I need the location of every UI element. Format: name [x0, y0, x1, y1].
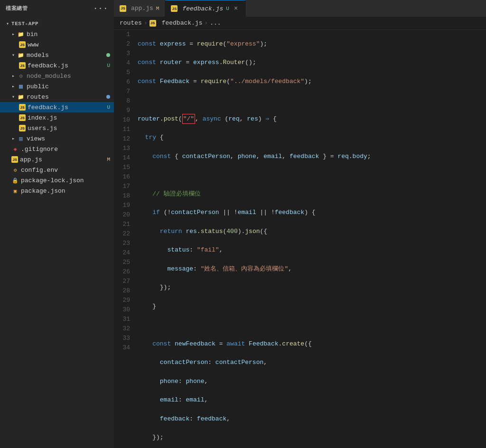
root-label: TEST-APP: [11, 21, 114, 27]
config-env-label: config.env: [21, 167, 114, 174]
code-line-3: const Feedback = require("../models/feed…: [138, 77, 486, 86]
chevron-down-icon: [9, 51, 17, 59]
code-line-18: contactPerson: contactPerson,: [138, 358, 486, 367]
tab-feedback-js-label: feedback.js: [182, 5, 223, 12]
untracked-badge: U: [107, 104, 110, 110]
package-lock-label: package-lock.json: [21, 177, 114, 184]
feedback-model-label: feedback.js: [28, 62, 107, 69]
code-line-4: [138, 95, 486, 105]
gitignore-label: .gitignore: [21, 146, 114, 153]
sidebar-item-bin[interactable]: 📁 bin: [0, 29, 114, 39]
modified-dot: [106, 53, 110, 57]
code-line-19: phone: phone,: [138, 377, 486, 386]
tab-feedback-js-badge: U: [226, 6, 229, 11]
sidebar-item-root[interactable]: TEST-APP: [0, 19, 114, 29]
bin-label: bin: [27, 31, 114, 38]
sidebar-item-gitignore[interactable]: ◈ .gitignore: [0, 144, 114, 154]
js-icon: JS: [19, 104, 26, 111]
folder-icon: 📁: [17, 51, 25, 59]
sidebar-tree: TEST-APP 📁 bin JS www 📁 models JS feedba…: [0, 17, 114, 448]
code-line-17: const newFeedback = await Feedback.creat…: [138, 339, 486, 349]
sidebar-item-app-js[interactable]: JS app.js M: [0, 154, 114, 165]
code-line-7: const { contactPerson, phone, email, fee…: [138, 152, 486, 161]
sidebar-item-routes[interactable]: 📁 routes: [0, 92, 114, 102]
breadcrumb: routes › JS feedback.js › ...: [114, 17, 486, 30]
sidebar-item-config-env[interactable]: ⚙ config.env: [0, 165, 114, 175]
tab-app-js-badge: M: [156, 6, 159, 11]
public-icon: ▦: [17, 83, 25, 90]
js-icon: JS: [19, 114, 26, 121]
sidebar-item-models[interactable]: 📁 models: [0, 50, 114, 60]
sidebar-item-feedback-model[interactable]: JS feedback.js U: [0, 60, 114, 71]
chevron-right-icon: [9, 30, 17, 38]
env-icon: ⚙: [11, 166, 19, 174]
breadcrumb-filename[interactable]: feedback.js: [162, 19, 203, 27]
www-label: www: [28, 41, 114, 48]
code-line-22: });: [138, 433, 486, 442]
tab-app-js-label: app.js: [131, 5, 153, 12]
sidebar-item-package-lock[interactable]: 🔒 package-lock.json: [0, 175, 114, 186]
editor-area: JS app.js M JS feedback.js U × routes › …: [114, 0, 486, 448]
breadcrumb-sep-1: ›: [144, 19, 148, 27]
package-json-label: package.json: [21, 187, 114, 195]
package-lock-icon: 🔒: [11, 177, 19, 184]
tab-bar: JS app.js M JS feedback.js U ×: [114, 0, 486, 17]
code-line-14: });: [138, 283, 486, 292]
sidebar-item-users-route[interactable]: JS users.js: [0, 123, 114, 133]
models-label: models: [27, 52, 106, 59]
breadcrumb-sep-2: ›: [204, 19, 208, 27]
routes-label: routes: [27, 93, 106, 101]
sidebar-item-public[interactable]: ▦ public: [0, 81, 114, 92]
code-line-9: // 驗證必填欄位: [138, 189, 486, 199]
package-json-icon: ▣: [11, 187, 19, 195]
breadcrumb-symbol: ...: [210, 19, 221, 27]
code-editor[interactable]: 12345 678910 1112131415 1617181920 21222…: [114, 30, 486, 448]
js-icon: JS: [19, 125, 26, 131]
js-icon: JS: [11, 156, 18, 163]
feedback-route-label: feedback.js: [28, 104, 107, 111]
js-icon: JS: [19, 62, 26, 69]
folder-icon: 📁: [17, 30, 25, 38]
sidebar: 檔案總管 ··· TEST-APP 📁 bin JS www 📁 models: [0, 0, 114, 448]
public-label: public: [27, 83, 114, 90]
index-route-label: index.js: [28, 114, 114, 121]
code-line-2: const router = express.Router();: [138, 58, 486, 67]
users-route-label: users.js: [28, 125, 114, 132]
code-line-5: router.post("/", async (req, res) ⇒ {: [138, 114, 486, 124]
sidebar-header: 檔案總管 ···: [0, 0, 114, 17]
sidebar-item-index-route[interactable]: JS index.js: [0, 112, 114, 123]
untracked-badge: U: [107, 63, 110, 68]
sidebar-item-www[interactable]: JS www: [0, 39, 114, 50]
breadcrumb-routes[interactable]: routes: [120, 19, 142, 27]
more-icon[interactable]: ···: [93, 4, 108, 13]
sidebar-item-feedback-route[interactable]: JS feedback.js U: [0, 102, 114, 112]
sidebar-item-node-modules[interactable]: ⚙ node_modules: [0, 71, 114, 81]
code-line-15: }: [138, 302, 486, 311]
sidebar-item-views[interactable]: ▤ views: [0, 133, 114, 144]
chevron-right-icon: [9, 135, 17, 142]
code-line-21: feedback: feedback,: [138, 414, 486, 424]
node-modules-icon: ⚙: [17, 72, 25, 80]
sidebar-header-icons[interactable]: ···: [93, 4, 108, 13]
line-numbers: 12345 678910 1112131415 1617181920 21222…: [114, 30, 134, 448]
js-breadcrumb-icon: JS: [150, 20, 156, 27]
app-js-label: app.js: [20, 156, 107, 163]
tab-feedback-js[interactable]: JS feedback.js U ×: [165, 0, 245, 17]
modified-dot-blue: [106, 95, 110, 99]
code-content[interactable]: const express = require("express"); cons…: [134, 30, 486, 448]
views-icon: ▤: [17, 135, 25, 142]
gitignore-icon: ◈: [11, 145, 19, 153]
code-line-13: message: "姓名、信箱、內容為必填欄位",: [138, 264, 486, 274]
chevron-down-icon: [4, 20, 11, 28]
code-line-8: [138, 170, 486, 180]
folder-icon: 📁: [17, 93, 25, 101]
close-icon[interactable]: ×: [232, 5, 240, 12]
sidebar-item-package-json[interactable]: ▣ package.json: [0, 186, 114, 196]
tab-app-js[interactable]: JS app.js M: [114, 0, 165, 17]
chevron-right-icon: [9, 83, 17, 90]
code-line-16: [138, 320, 486, 330]
code-line-11: return res.status(400).json({: [138, 227, 486, 236]
chevron-right-icon: [9, 72, 17, 80]
node-modules-label: node_modules: [27, 73, 114, 80]
sidebar-title: 檔案總管: [6, 5, 28, 12]
